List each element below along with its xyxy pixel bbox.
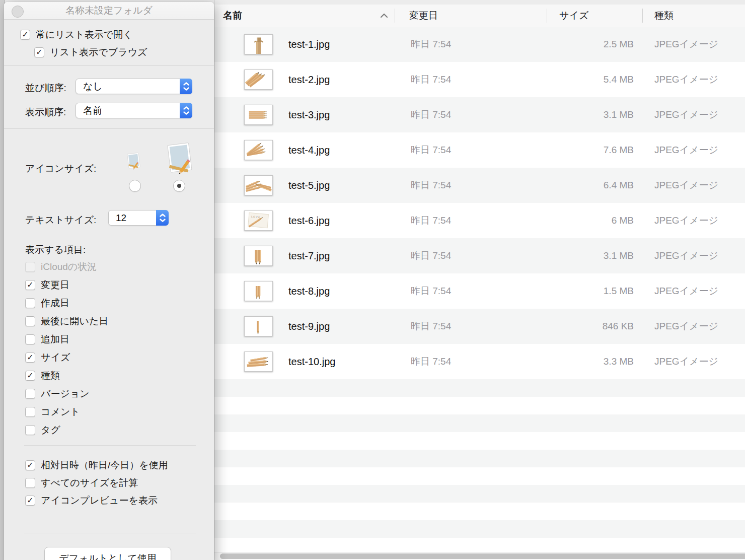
file-kind: JPEGイメージ — [642, 285, 745, 298]
file-thumbnail-pencil-fan — [244, 140, 273, 160]
name-cell: test-1.jpg — [214, 34, 395, 54]
empty-alternating-rows — [214, 379, 745, 552]
table-row[interactable]: test-2.jpg 昨日 7:54 5.4 MB JPEGイメージ — [214, 62, 745, 97]
checkmark-icon: ✓ — [27, 281, 33, 289]
file-thumbnail-pencil-cluster — [244, 352, 273, 372]
close-button[interactable] — [12, 6, 24, 18]
display-order-select[interactable]: 名前 — [76, 103, 192, 118]
table-row[interactable]: test-4.jpg 昨日 7:54 7.6 MB JPEGイメージ — [214, 132, 745, 168]
checkbox-option[interactable]: ✓ 常にリスト表示で開く — [20, 28, 133, 41]
divider — [24, 445, 196, 446]
checkbox-option[interactable]: ✓ 最後に開いた日 — [25, 312, 108, 330]
file-size: 2.5 MB — [547, 39, 642, 50]
checkbox-option[interactable]: ✓ タグ — [25, 421, 108, 439]
name-cell: test-5.jpg — [214, 175, 395, 195]
file-thumbnail-wooden-hand — [244, 34, 273, 54]
name-cell: test-3.jpg — [214, 105, 395, 125]
checkbox-option[interactable]: ✓ バージョン — [25, 385, 108, 403]
file-name: test-4.jpg — [288, 145, 330, 156]
checkbox: ✓ — [25, 478, 35, 488]
scrollbar-handle[interactable] — [220, 553, 745, 559]
checkbox-label: 常にリスト表示で開く — [36, 28, 133, 41]
table-row[interactable]: test-1.jpg 昨日 7:54 2.5 MB JPEGイメージ — [214, 27, 745, 62]
name-cell: LOVE test-6.jpg — [214, 211, 395, 231]
text-size-value: 12 — [116, 211, 126, 225]
horizontal-scrollbar[interactable] — [214, 552, 745, 560]
column-header-name[interactable]: 名前 — [214, 9, 395, 22]
table-row[interactable]: test-10.jpg 昨日 7:54 3.3 MB JPEGイメージ — [214, 344, 745, 379]
column-header-modified[interactable]: 変更日 — [395, 9, 547, 22]
icon-size-large-radio[interactable] — [173, 180, 185, 192]
file-modified: 昨日 7:54 — [395, 285, 547, 298]
checkbox: ✓ — [34, 47, 44, 57]
sort-ascending-icon — [380, 13, 388, 18]
table-row[interactable]: test-7.jpg 昨日 7:54 3.1 MB JPEGイメージ — [214, 238, 745, 273]
file-modified: 昨日 7:54 — [395, 144, 547, 157]
file-thumbnail-pencil-cross-fan — [244, 175, 273, 195]
divider — [24, 533, 196, 533]
sort-order-value: なし — [83, 79, 103, 94]
sort-order-label: 並び順序: — [25, 82, 66, 95]
finder-list-window: 名前 変更日 サイズ 種類 test-1.jpg 昨日 7:54 2.5 MB … — [214, 0, 745, 560]
file-thumbnail-pencil-bundle-diagonal — [244, 69, 273, 90]
sort-order-select[interactable]: なし — [76, 79, 192, 94]
checkmark-icon: ✓ — [22, 31, 28, 39]
file-kind: JPEGイメージ — [642, 144, 745, 157]
view-options-panel: 名称未設定フォルダ ✓ 常にリスト表示で開く ✓ リスト表示でブラウズ 並び順序… — [4, 2, 214, 560]
display-order-label: 表示順序: — [25, 106, 66, 119]
checkbox-label: 相対日時（昨日/今日）を使用 — [41, 459, 168, 472]
checkbox-option[interactable]: ✓ コメント — [25, 403, 108, 421]
column-divider[interactable] — [547, 9, 547, 23]
checkbox-label: リスト表示でブラウズ — [50, 46, 147, 59]
checkbox-label: 最後に開いた日 — [41, 315, 108, 328]
panel-title: 名称未設定フォルダ — [65, 4, 153, 17]
checkbox-option[interactable]: ✓ すべてのサイズを計算 — [25, 474, 168, 492]
checkbox-option[interactable]: ✓ サイズ — [25, 348, 108, 367]
checkbox: ✓ — [25, 280, 35, 290]
column-header-size[interactable]: サイズ — [547, 9, 642, 22]
table-row[interactable]: test-5.jpg 昨日 7:54 6.4 MB JPEGイメージ — [214, 168, 745, 203]
checkbox-option[interactable]: ✓ 相対日時（昨日/今日）を使用 — [25, 456, 168, 474]
checkbox-label: バージョン — [41, 387, 90, 400]
column-divider[interactable] — [395, 9, 395, 23]
file-name: test-7.jpg — [288, 250, 330, 262]
file-size: 7.6 MB — [547, 145, 642, 156]
checkbox-option[interactable]: ✓ アイコンプレビューを表示 — [25, 492, 168, 509]
file-kind: JPEGイメージ — [642, 179, 745, 192]
use-as-defaults-button[interactable]: デフォルトとして使用 — [44, 547, 171, 560]
file-size: 5.4 MB — [547, 74, 642, 85]
column-divider[interactable] — [642, 9, 643, 23]
checkbox-label: 変更日 — [41, 278, 69, 292]
checkbox-option[interactable]: ✓ 作成日 — [25, 294, 108, 312]
checkbox-option[interactable]: ✓ 追加日 — [25, 330, 108, 348]
checkbox-option[interactable]: ✓ 種類 — [25, 367, 108, 385]
column-header-kind[interactable]: 種類 — [642, 9, 745, 22]
checkbox-label: 追加日 — [41, 333, 69, 346]
file-modified: 昨日 7:54 — [395, 355, 547, 368]
file-name: test-3.jpg — [288, 109, 330, 121]
panel-title-bar: 名称未設定フォルダ — [4, 2, 214, 20]
checkbox-option[interactable]: ✓ リスト表示でブラウズ — [34, 46, 147, 59]
show-columns-list: ✓ iCloudの状況 ✓ 変更日 ✓ 作成日 ✓ 最後に開いた日 ✓ 追加日 … — [25, 258, 108, 439]
checkbox-label: コメント — [41, 405, 80, 418]
large-icon-preview-icon — [163, 142, 195, 176]
checkbox: ✓ — [25, 298, 35, 308]
checkbox: ✓ — [25, 407, 35, 417]
checkmark-icon: ✓ — [27, 497, 33, 505]
file-thumbnail-two-pencils-down — [244, 246, 273, 266]
text-size-select[interactable]: 12 — [108, 210, 169, 226]
table-row[interactable]: test-8.jpg 昨日 7:54 1.5 MB JPEGイメージ — [214, 273, 745, 309]
table-row[interactable]: test-9.jpg 昨日 7:54 846 KB JPEGイメージ — [214, 309, 745, 344]
display-order-value: 名前 — [83, 103, 102, 118]
name-cell: test-7.jpg — [214, 246, 395, 266]
checkbox: ✓ — [25, 353, 35, 363]
divider — [4, 128, 214, 129]
file-size: 3.1 MB — [547, 109, 642, 120]
table-row[interactable]: LOVE test-6.jpg 昨日 7:54 6 MB JPEGイメージ — [214, 203, 745, 238]
file-size: 6 MB — [547, 215, 642, 226]
table-row[interactable]: test-3.jpg 昨日 7:54 3.1 MB JPEGイメージ — [214, 97, 745, 132]
name-cell: test-2.jpg — [214, 69, 395, 90]
checkbox-option[interactable]: ✓ 変更日 — [25, 276, 108, 294]
file-name: test-5.jpg — [288, 180, 330, 191]
icon-size-small-radio[interactable] — [129, 180, 141, 192]
